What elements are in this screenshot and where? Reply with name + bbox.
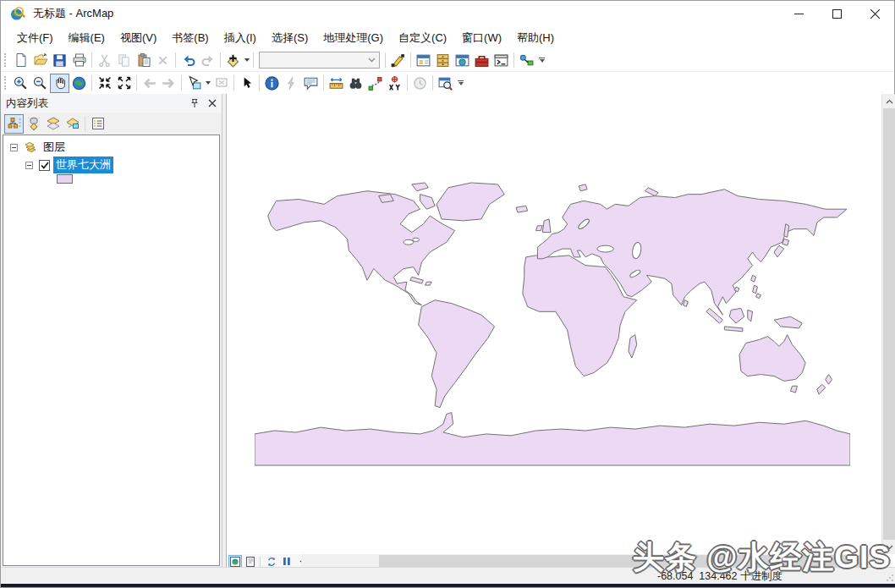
layout-view-button[interactable] <box>244 555 257 568</box>
open-button[interactable] <box>30 51 50 70</box>
catalog-window-button[interactable] <box>453 51 472 70</box>
identify-button[interactable] <box>262 74 282 93</box>
map-view[interactable] <box>227 94 895 569</box>
tree-root-row[interactable]: 图层 <box>10 140 65 155</box>
menu-selection[interactable]: 选择(S) <box>264 27 316 49</box>
menu-file[interactable]: 文件(F) <box>9 27 61 49</box>
toolbar-overflow-button[interactable] <box>455 74 466 93</box>
menubar: 文件(F) 编辑(E) 视图(V) 书签(B) 插入(I) 选择(S) 地理处理… <box>1 26 894 49</box>
separator <box>91 52 92 68</box>
back-extent-button[interactable] <box>140 74 159 93</box>
catalog-icon <box>435 52 451 69</box>
scroll-up-arrow[interactable] <box>882 94 895 108</box>
data-view-icon <box>230 557 240 567</box>
catalog-button[interactable] <box>433 51 453 70</box>
watermark: 头条 @水经注GIS <box>633 536 891 579</box>
hyperlink-button[interactable] <box>282 74 301 93</box>
list-by-source-button[interactable] <box>24 114 43 134</box>
list-by-drawing-order-button[interactable] <box>4 114 24 134</box>
fixed-zoom-out-button[interactable] <box>114 74 134 93</box>
separator <box>233 75 234 91</box>
separator <box>410 52 411 68</box>
check-icon <box>41 162 49 169</box>
measure-button[interactable] <box>327 74 346 93</box>
arctoolbox-button[interactable] <box>472 51 491 70</box>
separator <box>259 75 260 91</box>
fixed-zoom-in-button[interactable] <box>95 74 114 93</box>
menu-view[interactable]: 视图(V) <box>113 27 164 49</box>
close-button[interactable] <box>856 1 894 26</box>
collapse-icon[interactable] <box>25 162 33 169</box>
add-data-dropdown[interactable] <box>243 51 250 70</box>
save-button[interactable] <box>50 51 69 70</box>
separator <box>181 75 182 91</box>
add-data-icon <box>225 52 241 69</box>
copy-button[interactable] <box>114 51 134 70</box>
list-by-selection-button[interactable] <box>63 114 82 134</box>
close-panel-icon[interactable] <box>208 99 217 107</box>
zoom-out-button[interactable] <box>30 74 50 93</box>
layer-symbol-swatch[interactable] <box>57 174 73 184</box>
minimize-button[interactable] <box>780 1 818 26</box>
add-data-button[interactable] <box>223 51 243 70</box>
new-document-button[interactable] <box>11 51 30 70</box>
find-button[interactable] <box>346 74 365 93</box>
delete-button[interactable] <box>153 51 173 70</box>
print-button[interactable] <box>69 51 89 70</box>
select-features-button[interactable] <box>184 74 204 93</box>
table-of-contents-button[interactable] <box>414 51 433 70</box>
save-icon <box>52 53 67 68</box>
tree-symbol-row[interactable] <box>57 174 73 184</box>
paste-button[interactable] <box>134 51 153 70</box>
select-elements-button[interactable] <box>237 74 256 93</box>
zoom-in-button[interactable] <box>11 74 30 93</box>
python-window-button[interactable] <box>491 51 511 70</box>
world-map[interactable] <box>255 181 850 467</box>
toolbar-overflow-button[interactable] <box>536 51 547 70</box>
forward-extent-button[interactable] <box>159 74 178 93</box>
vertical-scrollbar-thumb[interactable] <box>883 108 895 540</box>
layer-visibility-checkbox[interactable] <box>39 160 50 171</box>
list-by-visibility-button[interactable] <box>43 114 63 134</box>
menu-edit[interactable]: 编辑(E) <box>61 27 113 49</box>
vertical-scrollbar[interactable] <box>881 94 895 554</box>
editor-toolbar-button[interactable] <box>388 51 408 70</box>
map-scale-combo[interactable] <box>259 52 380 69</box>
titlebar[interactable]: 无标题 - ArcMap <box>1 1 894 26</box>
maximize-button[interactable] <box>818 1 856 26</box>
collapse-icon[interactable] <box>10 144 18 151</box>
menu-bookmarks[interactable]: 书签(B) <box>164 27 216 49</box>
undo-button[interactable] <box>178 51 198 70</box>
pin-icon[interactable] <box>189 98 200 108</box>
tree-layer-row[interactable]: 世界七大洲 <box>25 157 113 173</box>
chevron-up-icon <box>886 99 893 104</box>
redo-button[interactable] <box>198 51 217 70</box>
find-route-button[interactable] <box>365 74 385 93</box>
toolbar-grip[interactable] <box>4 76 8 90</box>
go-to-xy-button[interactable] <box>385 74 404 93</box>
viewer-window-button[interactable] <box>436 74 455 93</box>
menu-windows[interactable]: 窗口(W) <box>454 27 509 49</box>
pause-drawing-button[interactable] <box>280 555 294 568</box>
refresh-button[interactable] <box>265 555 278 568</box>
menu-help[interactable]: 帮助(H) <box>509 27 562 49</box>
model-builder-button[interactable] <box>517 51 536 70</box>
data-view-button[interactable] <box>228 555 242 568</box>
pan-button[interactable] <box>50 74 69 93</box>
menu-customize[interactable]: 自定义(C) <box>391 27 454 49</box>
toc-options-button[interactable] <box>88 114 107 134</box>
toolbar-grip[interactable] <box>4 53 8 67</box>
layer-label[interactable]: 世界七大洲 <box>53 157 113 173</box>
clear-selection-button[interactable] <box>211 74 231 93</box>
html-popup-button[interactable] <box>301 74 321 93</box>
menu-geoprocessing[interactable]: 地理处理(G) <box>316 27 391 49</box>
time-slider-button[interactable] <box>410 74 430 93</box>
fixed-zoom-out-icon <box>117 75 132 91</box>
hyperlink-lightning-icon <box>284 76 299 91</box>
toc-window-icon <box>415 52 431 69</box>
cut-button[interactable] <box>95 51 114 70</box>
menu-insert[interactable]: 插入(I) <box>217 27 264 49</box>
full-extent-button[interactable] <box>69 74 89 93</box>
select-features-dropdown[interactable] <box>204 74 211 93</box>
root-label[interactable]: 图层 <box>43 140 65 155</box>
